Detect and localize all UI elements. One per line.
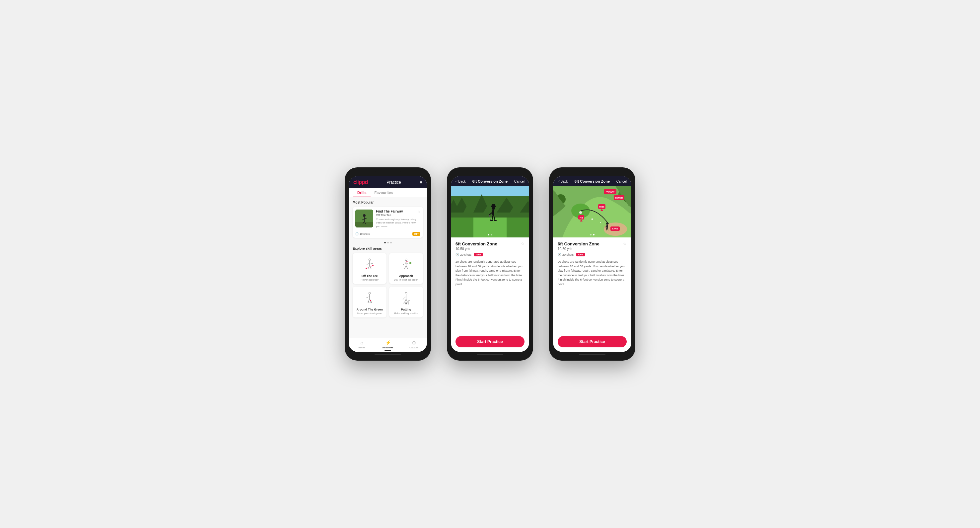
activities-icon: ⚡	[385, 340, 391, 345]
svg-point-32	[405, 292, 407, 294]
svg-line-10	[366, 263, 369, 265]
home-bar-3	[579, 354, 605, 355]
drill-title-header-3: 6ft Conversion Zone	[574, 179, 610, 183]
phone1-content: Most Popular	[349, 197, 427, 338]
start-practice-btn-2[interactable]: Start Practice	[455, 336, 525, 347]
skill-grid: Off The Tee Power accuracy	[353, 253, 423, 317]
ott-icon	[361, 256, 378, 273]
svg-point-31	[371, 301, 372, 303]
back-button-3[interactable]: < Back	[558, 180, 568, 183]
featured-drill-card[interactable]: Find The Fairway Off The Tee ☆ Create an…	[353, 207, 423, 238]
skill-ott[interactable]: Off The Tee Power accuracy	[353, 253, 387, 284]
most-popular-label: Most Popular	[353, 201, 423, 204]
dot-3	[390, 242, 392, 243]
svg-line-13	[369, 266, 371, 269]
svg-point-30	[368, 301, 369, 303]
drill-image-3: Miss Hit FAIRWAY ROUGH SAND	[553, 186, 631, 238]
drill-image-2	[451, 186, 529, 238]
cancel-button-2[interactable]: Cancel	[514, 180, 525, 183]
atg-icon	[361, 290, 378, 306]
svg-line-21	[406, 266, 408, 269]
drill-name-2: 6ft Conversion Zone	[455, 241, 497, 246]
svg-point-93	[592, 219, 593, 220]
svg-text:ROUGH: ROUGH	[616, 197, 623, 199]
skill-atg-desc: Hone your short game	[357, 312, 382, 315]
header-title: Practice	[387, 180, 401, 185]
img-dot-2	[491, 234, 492, 235]
svg-point-17	[405, 259, 407, 261]
svg-text:Miss: Miss	[599, 206, 605, 208]
cancel-button-3[interactable]: Cancel	[616, 180, 627, 183]
image-dots-2	[488, 234, 492, 235]
skill-atg-name: Around The Green	[356, 308, 382, 311]
phone2-content: 6ft Conversion Zone ☆ 10-50 yds 🕐 20 sho…	[451, 238, 529, 336]
drill-range-2: 10-50 yds	[455, 247, 525, 251]
home-bar-1	[375, 354, 401, 355]
putting-icon	[398, 290, 414, 306]
back-button-2[interactable]: < Back	[455, 180, 466, 183]
phone1-header: clippd Practice ≡	[349, 176, 427, 188]
svg-text:SAND: SAND	[612, 228, 618, 230]
skill-atg[interactable]: Around The Green Hone your short game	[353, 287, 387, 317]
drill-header-2: 6ft Conversion Zone ☆	[455, 241, 525, 246]
svg-marker-41	[409, 300, 410, 301]
carousel-dots	[353, 241, 423, 245]
favourite-icon[interactable]: ☆	[417, 209, 420, 213]
menu-icon[interactable]: ≡	[420, 180, 422, 185]
tab-favourites[interactable]: Favourites	[371, 188, 397, 197]
image-dots-3	[590, 234, 595, 235]
img-dot-3-2	[593, 234, 595, 235]
drill-desc-2: 20 shots are randomly generated at dista…	[455, 260, 525, 287]
drill-header-3: 6ft Conversion Zone ☆	[558, 241, 627, 246]
skill-approach-desc: Dial-in to hit the green	[394, 278, 418, 281]
drill-meta-3: 🕐 20 shots ARG	[558, 253, 627, 256]
svg-point-39	[406, 303, 407, 304]
svg-point-87	[606, 222, 608, 225]
golf-photo-svg	[451, 186, 529, 238]
home-icon: ⌂	[360, 340, 363, 345]
clock-icon-3: 🕐	[558, 253, 561, 256]
svg-line-20	[404, 266, 406, 269]
drill-thumbnail	[355, 209, 373, 228]
drill-body: Find The Fairway Off The Tee ☆ Create an…	[376, 209, 420, 228]
nav-home-label: Home	[358, 346, 365, 349]
phone-3-screen: < Back 6ft Conversion Zone Cancel	[553, 176, 631, 352]
shots-label: 🕐 10 shots	[355, 233, 369, 235]
svg-point-2	[363, 214, 366, 217]
start-practice-btn-3[interactable]: Start Practice	[558, 336, 627, 347]
drill-meta-2: 🕐 20 shots ARG	[455, 253, 525, 256]
drill-detail-2: 6ft Conversion Zone ☆ 10-50 yds 🕐 20 sho…	[451, 238, 529, 290]
skill-approach[interactable]: Approach Dial-in to hit the green	[389, 253, 423, 284]
tab-drills[interactable]: Drills	[353, 188, 371, 197]
svg-point-63	[494, 220, 496, 221]
drill-title-header-2: 6ft Conversion Zone	[473, 179, 508, 183]
drill-detail-3: 6ft Conversion Zone ☆ 10-50 yds 🕐 20 sho…	[553, 238, 631, 290]
svg-point-29	[370, 300, 371, 301]
nav-home[interactable]: ⌂ Home	[349, 340, 375, 351]
nav-activities-label: Activities	[382, 346, 393, 349]
dot-1	[384, 242, 386, 243]
shots-info-2: 🕐 20 shots	[455, 253, 471, 256]
arg-badge-3: ARG	[576, 253, 585, 256]
nav-active-indicator	[385, 350, 391, 351]
fav-icon-3[interactable]: ☆	[623, 241, 627, 246]
drill-subtitle: Off The Tee	[376, 214, 403, 217]
skill-putting[interactable]: Putting Make and lag practice	[389, 287, 423, 317]
drill-name-3: 6ft Conversion Zone	[558, 241, 600, 246]
nav-activities[interactable]: ⚡ Activities	[375, 340, 401, 351]
img-dot-1	[488, 234, 489, 235]
drill-footer: 🕐 10 shots OTT	[353, 231, 423, 238]
capture-icon: ⊕	[412, 340, 416, 345]
svg-rect-1	[355, 222, 373, 228]
clippd-logo: clippd	[353, 179, 368, 185]
fav-icon-2[interactable]: ☆	[521, 241, 525, 246]
ott-badge: OTT	[412, 232, 420, 236]
approach-icon	[398, 256, 414, 273]
phone-notch-2	[477, 171, 503, 173]
nav-capture[interactable]: ⊕ Capture	[401, 340, 427, 351]
home-bar-2	[477, 354, 503, 355]
skill-approach-name: Approach	[399, 274, 413, 278]
arg-badge-2: ARG	[474, 253, 483, 256]
svg-point-8	[369, 259, 371, 261]
skill-ott-name: Off The Tee	[362, 274, 378, 278]
